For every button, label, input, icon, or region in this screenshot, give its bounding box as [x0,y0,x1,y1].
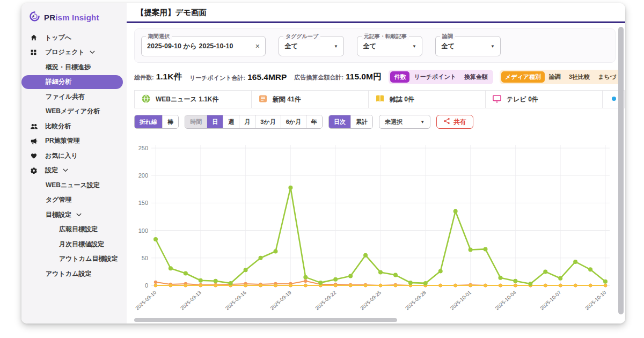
brand-name: PRism Insight [44,13,99,22]
svg-text:2025-09-19: 2025-09-19 [269,289,292,311]
sidebar-item-compare-analysis[interactable]: 比較分析 [21,119,127,134]
media-card-label: WEBニュース 1.1K件 [156,95,219,104]
media-card-label: 新聞 41件 [273,95,301,104]
app-window: PRism Insight トップへプロジェクト概況・目標進捗詳細分析ファイル共… [21,3,625,324]
media-type-row: WEBニュース 1.1K件新聞 41件雑誌 0件テレビ 0件 [134,90,625,108]
magazine-icon [375,94,385,105]
sidebar-item-detail-analysis[interactable]: 詳細分析 [21,75,123,90]
tv-icon [492,94,502,105]
sidebar-item-outcome-settings[interactable]: アウトカム設定 [21,267,127,281]
megaphone-icon [30,137,38,145]
tab-まちづ[interactable]: まちづ [594,71,620,83]
media-card-tv[interactable]: テレビ 0件 [485,90,603,108]
sidebar-item-web-news-settings[interactable]: WEBニュース設定 [21,178,127,193]
filter-bar: 期間選択2025-09-10 から 2025-10-10×タググループ全て▼元記… [134,28,616,63]
svg-text:2025-09-28: 2025-09-28 [404,289,427,311]
summary-item: リーチポイント合計:165.4MRP [189,72,287,82]
sidebar-item-web-media-analysis[interactable]: WEBメディア分析 [21,105,127,119]
svg-text:2025-09-16: 2025-09-16 [224,289,247,311]
granularity-日[interactable]: 日 [207,115,223,128]
chevron-down-icon: ▼ [412,44,416,49]
radio-icon [609,94,619,105]
svg-text:100: 100 [138,227,148,234]
tab-group-metric: 件数リーチポイント換算金額 [389,70,493,84]
media-card-magazine[interactable]: 雑誌 0件 [368,90,486,108]
coverage-trend-chart[interactable]: 0501001502002502025-09-102025-09-132025-… [131,134,614,319]
filter-value: 2025-09-10 から 2025-10-10 [147,42,251,51]
share-button[interactable]: 共有 [436,115,473,129]
sidebar-item-top[interactable]: トップへ [21,31,127,45]
sidebar-item-pr-goal-settings[interactable]: 広報目標設定 [21,223,127,237]
media-card-globe[interactable]: WEBニュース 1.1K件 [134,90,252,108]
sidebar-item-label: 設定 [45,166,58,175]
tab-換算金額[interactable]: 換算金額 [460,71,492,83]
horizontal-scrollbar[interactable] [134,318,397,322]
sidebar-item-favorites[interactable]: お気に入り [21,149,127,163]
header-divider [127,21,625,23]
vertical-scrollbar[interactable] [618,27,624,314]
media-card-newspaper[interactable]: 新聞 41件 [251,90,369,108]
sidebar-item-project[interactable]: プロジェクト [21,46,127,60]
svg-text:0: 0 [145,282,148,289]
sidebar-item-tag-management[interactable]: タグ管理 [21,193,127,208]
svg-text:2025-10-07: 2025-10-07 [539,289,562,311]
heart-icon [30,152,38,159]
granularity-6か月[interactable]: 6か月 [281,115,306,128]
sidebar-item-settings[interactable]: 設定 [21,164,127,178]
grid-icon [30,49,38,56]
chevron-down-icon: ▼ [420,120,425,124]
filter-period[interactable]: 期間選択2025-09-10 から 2025-10-10× [141,36,266,56]
tab-件数[interactable]: 件数 [390,71,409,83]
sidebar-item-label: PR施策管理 [45,136,80,145]
page-title: 【提案用】デモ画面 [136,8,207,18]
sidebar-item-file-share[interactable]: ファイル共有 [21,90,127,104]
sidebar-item-label: 目標設定 [46,210,71,219]
sidebar-item-pr-management[interactable]: PR施策管理 [21,134,127,149]
summary-totals: 総件数:1.1K件リーチポイント合計:165.4MRP広告換算金額合計:115.… [134,71,389,83]
select-value: 未選択 [385,118,402,126]
sidebar-item-label: WEBメディア分析 [46,107,100,116]
clear-icon[interactable]: × [255,42,260,50]
aggregation-累計[interactable]: 累計 [350,115,372,128]
granularity-月[interactable]: 月 [239,115,255,128]
tab-リーチポイント[interactable]: リーチポイント [410,71,460,83]
sidebar-item-label: プロジェクト [45,48,85,57]
brand-logo[interactable]: PRism Insight [21,9,127,31]
summary-label: 総件数: [134,74,154,82]
sidebar-item-label: 月次目標値設定 [59,240,104,249]
stats-row: 総件数:1.1K件リーチポイント合計:165.4MRP広告換算金額合計:115.… [134,70,625,84]
granularity-時間[interactable]: 時間 [185,115,207,128]
prism-logo-icon [29,11,40,24]
filter-tag-group[interactable]: タググループ全て▼ [279,36,344,56]
chart-type-棒[interactable]: 棒 [162,115,178,128]
granularity-週[interactable]: 週 [223,115,239,128]
metric-tab-groups: 件数リーチポイント換算金額メディア種別論調3社比較まちづ [389,70,621,84]
summary-label: 広告換算金額合計: [294,74,343,82]
sidebar-item-outcome-goal-settings[interactable]: アウトカム目標設定 [21,252,127,267]
home-icon [30,34,38,41]
series-select[interactable]: 未選択▼ [379,115,430,129]
sidebar-item-monthly-goal-settings[interactable]: 月次目標値設定 [21,237,127,252]
svg-text:2025-09-22: 2025-09-22 [314,289,337,311]
tab-メディア種別[interactable]: メディア種別 [501,71,545,83]
aggregation-日次[interactable]: 日次 [329,115,350,128]
granularity-年[interactable]: 年 [306,115,322,128]
tab-論調[interactable]: 論調 [545,71,565,83]
filter-tone[interactable]: 論調全て▼ [435,36,501,56]
granularity-3か月[interactable]: 3か月 [255,115,280,128]
sidebar-item-label: 概況・目標進捗 [46,63,91,72]
sidebar-item-overview-progress[interactable]: 概況・目標進捗 [21,60,127,75]
filter-article-origin[interactable]: 元記事・転載記事全て▼ [357,36,422,56]
sidebar: PRism Insight トップへプロジェクト概況・目標進捗詳細分析ファイル共… [21,3,127,324]
sidebar-item-label: 詳細分析 [46,77,71,86]
svg-text:50: 50 [142,255,148,261]
media-card-label: テレビ 0件 [507,95,538,104]
sidebar-item-goal-settings[interactable]: 目標設定 [21,208,127,222]
filter-label: 元記事・転載記事 [362,33,409,40]
svg-text:2025-10-01: 2025-10-01 [449,289,472,311]
globe-icon [141,94,151,105]
tab-3社比較[interactable]: 3社比較 [565,71,594,83]
chart-type-折れ線[interactable]: 折れ線 [135,115,162,128]
filter-label: タググループ [283,33,320,40]
titlebar: 【提案用】デモ画面 [127,3,625,21]
